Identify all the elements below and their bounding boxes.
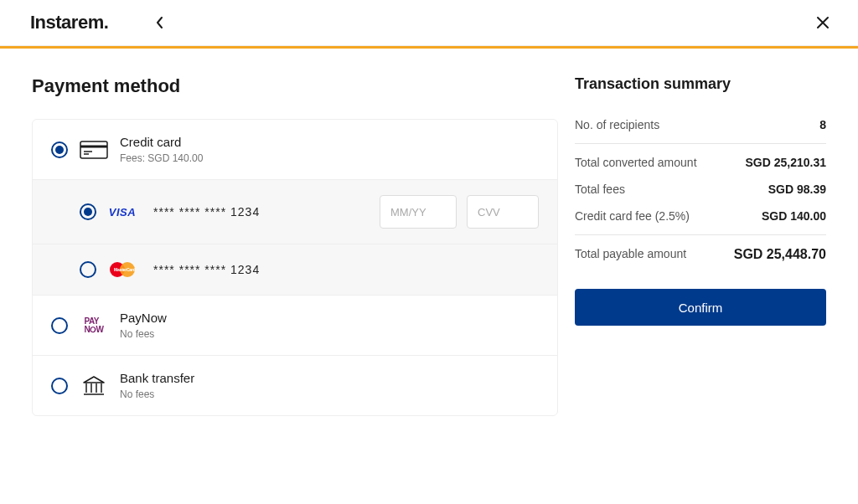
method-text: Credit card Fees: SGD 140.00 bbox=[120, 135, 203, 164]
summary-label: No. of recipients bbox=[575, 118, 659, 131]
summary-value: SGD 25,210.31 bbox=[745, 156, 826, 169]
transaction-summary: Transaction summary No. of recipients 8 … bbox=[575, 75, 826, 416]
divider bbox=[575, 143, 826, 144]
card-expiry-input[interactable] bbox=[380, 195, 457, 229]
radio-visa-card[interactable] bbox=[80, 203, 96, 220]
paynow-logo: PAYNOW bbox=[80, 316, 108, 336]
summary-label: Total converted amount bbox=[575, 156, 697, 169]
summary-label: Total payable amount bbox=[575, 247, 686, 262]
method-title: Bank transfer bbox=[120, 371, 194, 385]
saved-card-mastercard[interactable]: MasterCard **** **** **** 1234 bbox=[33, 244, 557, 296]
summary-value: 8 bbox=[819, 118, 826, 131]
back-button[interactable] bbox=[150, 13, 170, 33]
confirm-button[interactable]: Confirm bbox=[575, 289, 826, 326]
method-title: Credit card bbox=[120, 135, 203, 149]
method-text: PayNow No fees bbox=[120, 311, 167, 340]
method-fees: Fees: SGD 140.00 bbox=[120, 152, 203, 164]
method-paynow[interactable]: PAYNOW PayNow No fees bbox=[33, 296, 557, 356]
method-title: PayNow bbox=[120, 311, 167, 325]
card-cvv-input[interactable] bbox=[467, 195, 539, 229]
payment-method-list: Credit card Fees: SGD 140.00 VISA **** *… bbox=[32, 119, 558, 416]
close-icon bbox=[816, 16, 830, 29]
method-fees: No fees bbox=[120, 328, 167, 340]
method-fees: No fees bbox=[120, 388, 194, 400]
header: Instarem. bbox=[0, 0, 858, 46]
logo: Instarem. bbox=[30, 12, 108, 33]
summary-total: Total payable amount SGD 25,448.70 bbox=[575, 240, 826, 269]
content: Payment method Credit card Fees: SGD 140… bbox=[0, 49, 858, 416]
radio-bank-transfer[interactable] bbox=[51, 378, 68, 394]
bank-icon bbox=[80, 376, 108, 396]
method-bank-transfer[interactable]: Bank transfer No fees bbox=[33, 356, 557, 415]
credit-card-icon bbox=[80, 140, 108, 160]
chevron-left-icon bbox=[156, 17, 164, 28]
summary-value: SGD 98.39 bbox=[768, 183, 826, 196]
radio-paynow[interactable] bbox=[51, 317, 68, 334]
radio-mastercard[interactable] bbox=[80, 261, 96, 278]
header-left: Instarem. bbox=[30, 12, 170, 33]
svg-rect-0 bbox=[80, 141, 107, 158]
page-title: Payment method bbox=[32, 75, 558, 97]
visa-logo: VISA bbox=[108, 202, 137, 222]
card-masked-number: **** **** **** 1234 bbox=[153, 263, 260, 276]
summary-value: SGD 25,448.70 bbox=[734, 247, 826, 262]
summary-fees: Total fees SGD 98.39 bbox=[575, 176, 826, 203]
summary-label: Total fees bbox=[575, 183, 625, 196]
method-text: Bank transfer No fees bbox=[120, 371, 194, 400]
divider bbox=[575, 234, 826, 235]
card-inputs bbox=[380, 195, 539, 229]
radio-credit-card[interactable] bbox=[51, 141, 68, 158]
card-masked-number: **** **** **** 1234 bbox=[153, 205, 260, 219]
summary-label: Credit card fee (2.5%) bbox=[575, 209, 690, 223]
summary-value: SGD 140.00 bbox=[762, 209, 826, 223]
summary-recipients: No. of recipients 8 bbox=[575, 111, 826, 138]
saved-card-visa[interactable]: VISA **** **** **** 1234 bbox=[33, 180, 557, 244]
summary-title: Transaction summary bbox=[575, 75, 826, 93]
mastercard-logo: MasterCard bbox=[108, 260, 137, 280]
payment-methods-column: Payment method Credit card Fees: SGD 140… bbox=[32, 75, 558, 416]
close-button[interactable] bbox=[813, 13, 833, 33]
method-credit-card[interactable]: Credit card Fees: SGD 140.00 bbox=[33, 120, 557, 180]
summary-converted: Total converted amount SGD 25,210.31 bbox=[575, 149, 826, 176]
summary-cc-fee: Credit card fee (2.5%) SGD 140.00 bbox=[575, 203, 826, 229]
